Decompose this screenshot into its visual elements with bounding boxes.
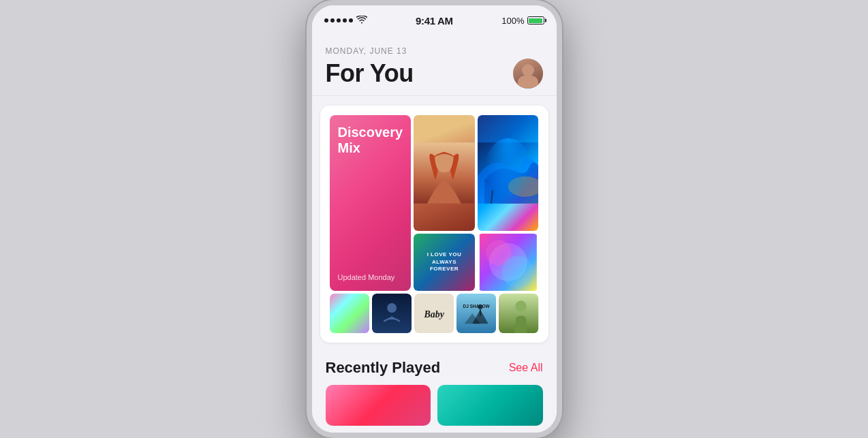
main-content: Discovery Mix Updated Monday bbox=[312, 96, 557, 433]
album-thumb-wave[interactable] bbox=[478, 115, 539, 231]
album-wave-art bbox=[478, 115, 539, 231]
album-love-art: I LOVE YOUALWAYSFOREVER bbox=[414, 234, 475, 291]
discovery-mix-title: Discovery Mix bbox=[338, 125, 403, 156]
header-row: For You bbox=[326, 59, 543, 89]
album-thumb-baby[interactable]: Baby bbox=[414, 294, 454, 333]
discovery-mix-card[interactable]: Discovery Mix Updated Monday bbox=[320, 106, 548, 343]
album-thumb-green[interactable] bbox=[499, 294, 538, 333]
bottom-thumbnails: Baby DJ S bbox=[330, 294, 539, 333]
avatar[interactable] bbox=[513, 59, 543, 89]
avatar-image bbox=[513, 59, 543, 89]
album-love-text: I LOVE YOUALWAYSFOREVER bbox=[414, 234, 475, 291]
recently-played-preview bbox=[326, 385, 543, 426]
status-time: 9:41 AM bbox=[416, 15, 453, 27]
status-bar: 9:41 AM 100% bbox=[312, 5, 557, 35]
discovery-grid: Discovery Mix Updated Monday bbox=[330, 115, 539, 291]
page-header: MONDAY, JUNE 13 For You bbox=[312, 35, 557, 96]
svg-rect-9 bbox=[330, 294, 369, 333]
svg-point-4 bbox=[508, 176, 539, 197]
svg-point-11 bbox=[387, 303, 397, 313]
recently-played-section: Recently Played See All bbox=[312, 352, 557, 426]
discovery-mix-tile[interactable]: Discovery Mix Updated Monday bbox=[330, 115, 412, 291]
album-thumb-holo[interactable] bbox=[330, 294, 369, 333]
signal-dot-1 bbox=[324, 18, 328, 22]
phone-frame: 9:41 AM 100% MONDAY, JUNE 13 For You bbox=[307, 0, 562, 438]
battery-area: 100% bbox=[501, 16, 544, 26]
date-label: MONDAY, JUNE 13 bbox=[326, 46, 543, 56]
discovery-title-text: Discovery Mix bbox=[338, 125, 403, 156]
album-thumb-dark[interactable] bbox=[372, 294, 412, 333]
album-woman-art bbox=[414, 115, 475, 231]
album-thumb-dj[interactable]: DJ SHADOW bbox=[456, 294, 496, 333]
preview-card-1[interactable] bbox=[326, 385, 431, 426]
album-thumb-love[interactable]: I LOVE YOUALWAYSFOREVER bbox=[414, 234, 475, 291]
page-title: For You bbox=[326, 59, 414, 88]
album-thumb-abstract[interactable] bbox=[478, 234, 539, 291]
svg-text:Baby: Baby bbox=[423, 309, 444, 319]
svg-point-21 bbox=[516, 300, 527, 311]
see-all-button[interactable]: See All bbox=[509, 362, 543, 374]
battery-icon bbox=[527, 16, 544, 25]
svg-rect-14 bbox=[456, 294, 496, 333]
album-thumb-woman[interactable] bbox=[414, 115, 475, 231]
recently-played-header: Recently Played See All bbox=[326, 359, 543, 377]
phone-inner: 9:41 AM 100% MONDAY, JUNE 13 For You bbox=[312, 5, 557, 433]
recently-played-title: Recently Played bbox=[326, 359, 441, 377]
svg-text:DJ SHADOW: DJ SHADOW bbox=[463, 304, 491, 309]
signal-area bbox=[324, 16, 367, 26]
battery-fill bbox=[529, 18, 542, 23]
preview-card-2[interactable] bbox=[437, 385, 543, 426]
svg-point-18 bbox=[478, 304, 483, 309]
battery-percent: 100% bbox=[501, 16, 524, 26]
signal-dot-5 bbox=[349, 18, 353, 22]
signal-dot-3 bbox=[337, 18, 341, 22]
svg-rect-10 bbox=[372, 294, 412, 333]
signal-dot-4 bbox=[343, 18, 347, 22]
wifi-icon bbox=[356, 16, 367, 26]
signal-dots bbox=[324, 18, 353, 22]
discovery-mix-subtitle: Updated Monday bbox=[338, 273, 403, 281]
signal-dot-2 bbox=[330, 18, 335, 22]
svg-point-8 bbox=[501, 256, 533, 288]
